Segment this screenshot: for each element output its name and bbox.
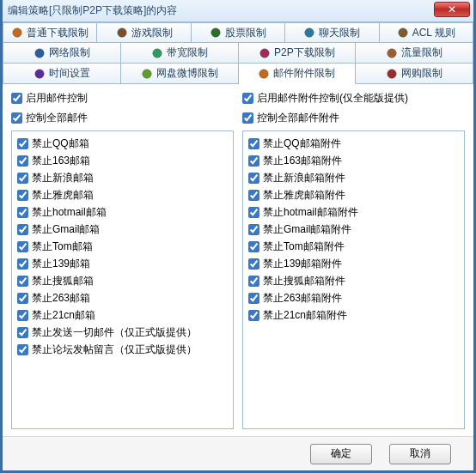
left-list-item-0-checkbox[interactable] — [17, 138, 28, 149]
left-list-item-2[interactable]: 禁止新浪邮箱 — [17, 171, 228, 185]
left-list-item-1-checkbox[interactable] — [17, 155, 28, 167]
left-list-item-4-checkbox[interactable] — [17, 207, 28, 218]
tab-acl-rules-icon — [397, 27, 409, 39]
control-all-mail-checkbox[interactable] — [11, 112, 22, 124]
tab-download-limit-label: 普通下载限制 — [27, 26, 88, 40]
left-list-item-11-checkbox[interactable] — [17, 327, 28, 338]
svg-point-1 — [117, 28, 126, 38]
left-list-item-7-checkbox[interactable] — [17, 258, 28, 270]
left-list-item-10[interactable]: 禁止21cn邮箱 — [17, 308, 228, 323]
left-list-item-5[interactable]: 禁止Gmail邮箱 — [17, 222, 228, 237]
left-list-item-7[interactable]: 禁止139邮箱 — [17, 257, 228, 271]
left-list-item-6[interactable]: 禁止Tom邮箱 — [17, 240, 228, 254]
right-list-item-3-checkbox[interactable] — [248, 190, 259, 201]
tab-download-limit[interactable]: 普通下载限制 — [3, 22, 97, 43]
control-all-attachments[interactable]: 控制全部邮件附件 — [242, 111, 465, 125]
left-list-item-1-label: 禁止163邮箱 — [32, 154, 90, 168]
left-list-item-5-checkbox[interactable] — [17, 224, 28, 235]
tab-row-1: 普通下载限制游戏限制股票限制聊天限制ACL 规则 — [3, 22, 473, 43]
right-list-item-6-checkbox[interactable] — [248, 241, 259, 252]
left-list-item-0-label: 禁止QQ邮箱 — [32, 136, 89, 151]
tab-stock-limit-label: 股票限制 — [225, 26, 266, 40]
left-list-item-9[interactable]: 禁止263邮箱 — [17, 291, 228, 306]
svg-point-11 — [259, 69, 269, 78]
left-column: 启用邮件控制 控制全部邮件 禁止QQ邮箱禁止163邮箱禁止新浪邮箱禁止雅虎邮箱禁… — [11, 91, 234, 429]
left-list-item-0[interactable]: 禁止QQ邮箱 — [17, 136, 228, 151]
left-list-item-3-checkbox[interactable] — [17, 190, 28, 201]
right-list-item-5[interactable]: 禁止Gmail邮箱附件 — [248, 222, 459, 237]
tab-bandwidth-limit-label: 带宽限制 — [167, 45, 208, 60]
tab-p2p-limit-icon — [259, 47, 271, 59]
left-list-item-2-checkbox[interactable] — [17, 173, 28, 184]
right-list-item-9[interactable]: 禁止263邮箱附件 — [248, 291, 459, 306]
left-list-item-6-checkbox[interactable] — [17, 241, 28, 252]
tab-traffic-limit[interactable]: 流量限制 — [356, 43, 473, 64]
right-list-item-8[interactable]: 禁止搜狐邮箱附件 — [248, 274, 459, 288]
right-list-item-6[interactable]: 禁止Tom邮箱附件 — [248, 240, 459, 254]
close-button[interactable]: ✕ — [434, 2, 470, 17]
left-list-item-1[interactable]: 禁止163邮箱 — [17, 154, 228, 168]
tab-chat-limit[interactable]: 聊天限制 — [285, 22, 379, 43]
cancel-button[interactable]: 取消 — [389, 444, 451, 464]
left-list-item-4[interactable]: 禁止hotmail邮箱 — [17, 205, 228, 220]
right-list-item-7-checkbox[interactable] — [248, 258, 259, 270]
left-list-item-9-label: 禁止263邮箱 — [32, 291, 90, 306]
tab-bandwidth-limit[interactable]: 带宽限制 — [121, 43, 239, 64]
right-list-item-2[interactable]: 禁止新浪邮箱附件 — [248, 171, 459, 185]
right-list-item-1[interactable]: 禁止163邮箱附件 — [248, 154, 459, 168]
right-list-item-1-label: 禁止163邮箱附件 — [263, 154, 342, 168]
tab-network-limit[interactable]: 网络限制 — [3, 43, 121, 64]
right-list-item-4-checkbox[interactable] — [248, 207, 259, 218]
tab-container: 普通下载限制游戏限制股票限制聊天限制ACL 规则 网络限制带宽限制P2P下载限制… — [3, 22, 473, 84]
right-list-item-8-checkbox[interactable] — [248, 276, 259, 287]
tab-network-limit-icon — [34, 47, 46, 59]
enable-attachment-control[interactable]: 启用邮件附件控制(仅全能版提供) — [242, 91, 465, 106]
right-list-item-3[interactable]: 禁止雅虎邮箱附件 — [248, 188, 459, 203]
svg-point-4 — [398, 28, 407, 38]
left-list-item-12[interactable]: 禁止论坛发帖留言（仅正式版提供） — [17, 343, 228, 357]
right-list-item-2-label: 禁止新浪邮箱附件 — [263, 171, 345, 185]
right-list-item-10-checkbox[interactable] — [248, 310, 259, 321]
enable-mail-control-checkbox[interactable] — [11, 93, 22, 104]
left-listbox: 禁止QQ邮箱禁止163邮箱禁止新浪邮箱禁止雅虎邮箱禁止hotmail邮箱禁止Gm… — [11, 130, 234, 429]
tab-time-settings[interactable]: 时间设置 — [3, 64, 121, 84]
right-list-item-7[interactable]: 禁止139邮箱附件 — [248, 257, 459, 271]
right-list-item-4[interactable]: 禁止hotmail邮箱附件 — [248, 205, 459, 220]
ok-button[interactable]: 确定 — [310, 444, 372, 464]
right-list-item-6-label: 禁止Tom邮箱附件 — [263, 240, 345, 254]
right-list-item-5-checkbox[interactable] — [248, 224, 259, 235]
left-list-item-3-label: 禁止雅虎邮箱 — [32, 188, 94, 203]
right-list-item-0-checkbox[interactable] — [248, 138, 259, 149]
right-list-item-0[interactable]: 禁止QQ邮箱附件 — [248, 136, 459, 151]
right-list-item-2-checkbox[interactable] — [248, 173, 259, 184]
tab-stock-limit[interactable]: 股票限制 — [192, 22, 285, 43]
left-list-item-4-label: 禁止hotmail邮箱 — [32, 205, 107, 220]
tab-acl-rules-label: ACL 规则 — [412, 26, 455, 40]
left-list-item-10-checkbox[interactable] — [17, 310, 28, 321]
tab-shopping-limit-icon — [386, 68, 398, 80]
tab-download-limit-icon — [11, 27, 23, 39]
control-all-mail[interactable]: 控制全部邮件 — [11, 111, 234, 125]
left-list-item-6-label: 禁止Tom邮箱 — [32, 240, 93, 254]
svg-point-0 — [13, 28, 22, 38]
tab-acl-rules[interactable]: ACL 规则 — [380, 22, 473, 43]
tab-p2p-limit[interactable]: P2P下载限制 — [239, 43, 357, 64]
tab-netdisk-limit[interactable]: 网盘微博限制 — [121, 64, 239, 84]
enable-attachment-control-checkbox[interactable] — [242, 93, 253, 104]
control-all-attachments-checkbox[interactable] — [242, 112, 253, 124]
left-list-item-3[interactable]: 禁止雅虎邮箱 — [17, 188, 228, 203]
left-list-item-11[interactable]: 禁止发送一切邮件（仅正式版提供） — [17, 325, 228, 340]
tab-shopping-limit[interactable]: 网购限制 — [356, 64, 473, 84]
right-list-item-1-checkbox[interactable] — [248, 155, 259, 167]
right-list-item-9-checkbox[interactable] — [248, 293, 259, 304]
tab-row-2: 网络限制带宽限制P2P下载限制流量限制 — [3, 43, 473, 64]
right-list-item-10[interactable]: 禁止21cn邮箱附件 — [248, 308, 459, 323]
left-list-item-8[interactable]: 禁止搜狐邮箱 — [17, 274, 228, 288]
tab-game-limit[interactable]: 游戏限制 — [97, 22, 191, 43]
right-list-item-0-label: 禁止QQ邮箱附件 — [263, 136, 341, 151]
left-list-item-12-checkbox[interactable] — [17, 344, 28, 355]
left-list-item-8-checkbox[interactable] — [17, 276, 28, 287]
enable-mail-control[interactable]: 启用邮件控制 — [11, 91, 234, 106]
left-list-item-9-checkbox[interactable] — [17, 293, 28, 304]
tab-mail-attachment-limit[interactable]: 邮件附件限制 — [239, 64, 357, 84]
